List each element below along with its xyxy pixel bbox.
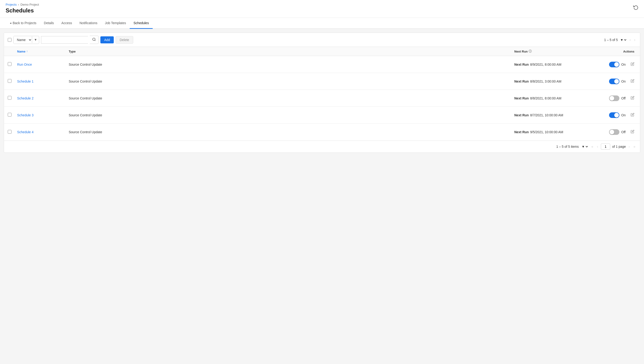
row-name-link-run-once[interactable]: Run Once: [17, 62, 32, 66]
row-checkbox-schedule-3[interactable]: [8, 113, 12, 116]
row-nextrun-schedule-2: Next Run 8/8/2021, 8:00:00 AM: [514, 96, 589, 100]
toggle-schedule-4[interactable]: [609, 129, 620, 135]
nextrun-value-run-once: 8/9/2021, 8:00:00 AM: [530, 62, 561, 66]
history-icon-button[interactable]: [633, 5, 638, 11]
tab-job-templates[interactable]: Job Templates: [101, 18, 130, 29]
footer-pagination-range: 1 – 5 of 5 items: [556, 145, 579, 148]
footer-page-input[interactable]: [601, 144, 610, 150]
toggle-schedule-2[interactable]: [609, 96, 620, 101]
th-name-label: Name: [17, 50, 25, 53]
tab-details[interactable]: Details: [40, 18, 58, 29]
row-type-schedule-1: Source Control Update: [69, 80, 514, 83]
toggle-knob-schedule-1: [614, 79, 619, 84]
nextrun-label-schedule-4: Next Run: [514, 130, 528, 134]
row-checkbox-cell: [8, 62, 17, 66]
row-name-link-schedule-2[interactable]: Schedule 2: [17, 96, 34, 100]
edit-icon-schedule-1: [631, 79, 634, 83]
row-name-cell: Schedule 2: [17, 96, 69, 100]
row-name-cell: Schedule 3: [17, 113, 69, 117]
row-name-cell: Schedule 1: [17, 80, 69, 83]
row-actions-schedule-2: Off: [589, 95, 636, 102]
toggle-schedule-1[interactable]: [609, 78, 620, 84]
toggle-run-once[interactable]: [609, 62, 620, 67]
row-name-link-schedule-1[interactable]: Schedule 1: [17, 80, 34, 83]
toggle-wrapper-schedule-3: On: [609, 112, 627, 118]
toggle-label-schedule-4: Off: [621, 130, 627, 134]
toggle-wrapper-schedule-1: On: [609, 78, 627, 84]
toggle-track-schedule-2: [609, 96, 620, 101]
tab-notifications[interactable]: Notifications: [76, 18, 101, 29]
edit-button-schedule-3[interactable]: [630, 112, 635, 118]
toggle-knob-schedule-4: [610, 130, 614, 134]
edit-button-run-once[interactable]: [630, 61, 635, 68]
edit-button-schedule-4[interactable]: [630, 129, 635, 135]
row-checkbox-schedule-4[interactable]: [8, 130, 12, 134]
footer-pagination-select[interactable]: ▼: [581, 144, 589, 149]
footer-prev-page-button[interactable]: ‹: [596, 144, 599, 149]
toggle-label-schedule-2: Off: [621, 96, 627, 100]
delete-button[interactable]: Delete: [116, 36, 133, 44]
row-name-cell: Schedule 4: [17, 130, 69, 134]
footer-next-page-button[interactable]: ›: [628, 144, 631, 149]
toolbar-prev-button[interactable]: ‹: [628, 37, 632, 42]
tab-back-to-projects[interactable]: Back to Projects: [6, 18, 40, 29]
filter-select[interactable]: Name: [14, 36, 32, 44]
footer-first-page-button[interactable]: «: [590, 144, 594, 149]
search-input[interactable]: [41, 36, 88, 44]
row-checkbox-schedule-1[interactable]: [8, 79, 12, 83]
row-checkbox-schedule-2[interactable]: [8, 96, 12, 100]
th-next-run-label: Next Run: [514, 50, 528, 53]
row-checkbox-cell: [8, 130, 17, 134]
edit-button-schedule-2[interactable]: [630, 95, 635, 102]
svg-point-0: [93, 38, 95, 40]
th-name[interactable]: Name ↑: [17, 49, 69, 54]
row-name-link-schedule-4[interactable]: Schedule 4: [17, 130, 34, 134]
th-type-label: Type: [69, 50, 76, 53]
edit-icon-schedule-4: [631, 130, 634, 134]
toggle-knob-run-once: [614, 62, 619, 67]
th-actions: Actions: [589, 49, 636, 54]
nextrun-value-schedule-1: 8/8/2021, 3:00:00 AM: [530, 80, 561, 83]
toggle-knob-schedule-3: [614, 113, 619, 118]
toggle-label-schedule-1: On: [621, 80, 627, 83]
breadcrumb-separator: ›: [18, 3, 19, 6]
th-actions-label: Actions: [623, 50, 634, 53]
nextrun-label-schedule-2: Next Run: [514, 96, 528, 100]
row-type-schedule-3: Source Control Update: [69, 113, 514, 117]
row-actions-schedule-3: On: [589, 112, 636, 118]
table-rows-container: Run Once Source Control Update Next Run …: [4, 56, 640, 140]
nextrun-value-schedule-3: 8/7/2021, 10:00:00 AM: [530, 113, 563, 117]
page-title: Schedules: [6, 7, 638, 14]
row-name-link-schedule-3[interactable]: Schedule 3: [17, 113, 34, 117]
toggle-schedule-3[interactable]: [609, 112, 620, 118]
table-row: Schedule 4 Source Control Update Next Ru…: [4, 124, 640, 140]
row-actions-run-once: On: [589, 61, 636, 68]
footer-last-page-button[interactable]: »: [632, 144, 636, 149]
row-checkbox-run-once[interactable]: [8, 62, 12, 66]
tab-schedules[interactable]: Schedules: [130, 18, 152, 29]
edit-icon-schedule-3: [631, 113, 634, 116]
breadcrumb-projects[interactable]: Projects: [6, 3, 17, 6]
edit-icon-run-once: [631, 62, 634, 66]
toolbar-next-button[interactable]: ›: [633, 37, 636, 42]
edit-button-schedule-1[interactable]: [630, 78, 635, 85]
select-all-checkbox[interactable]: [8, 38, 12, 42]
toolbar-pagination-range: 1 – 5 of 5: [604, 38, 618, 42]
row-checkbox-cell: [8, 96, 17, 100]
th-checkbox-spacer: [8, 49, 17, 54]
table-row: Run Once Source Control Update Next Run …: [4, 56, 640, 73]
nav-tabs: Back to Projects Details Access Notifica…: [0, 18, 644, 29]
row-nextrun-schedule-4: Next Run 9/5/2021, 10:00:00 AM: [514, 130, 589, 134]
toggle-track-run-once: [609, 62, 620, 67]
filter-dropdown-button[interactable]: ▼: [32, 36, 39, 43]
search-button[interactable]: [90, 36, 98, 44]
add-button[interactable]: Add: [100, 36, 114, 44]
nextrun-value-schedule-4: 9/5/2021, 10:00:00 AM: [530, 130, 563, 134]
th-next-run: Next Run ⓘ: [514, 49, 589, 54]
svg-line-1: [95, 40, 96, 41]
toolbar-pagination-select[interactable]: ▼: [619, 38, 627, 42]
table-row: Schedule 2 Source Control Update Next Ru…: [4, 90, 640, 107]
th-next-run-info-icon[interactable]: ⓘ: [528, 49, 532, 54]
tab-access[interactable]: Access: [58, 18, 76, 29]
nextrun-value-schedule-2: 8/8/2021, 8:00:00 AM: [530, 96, 561, 100]
